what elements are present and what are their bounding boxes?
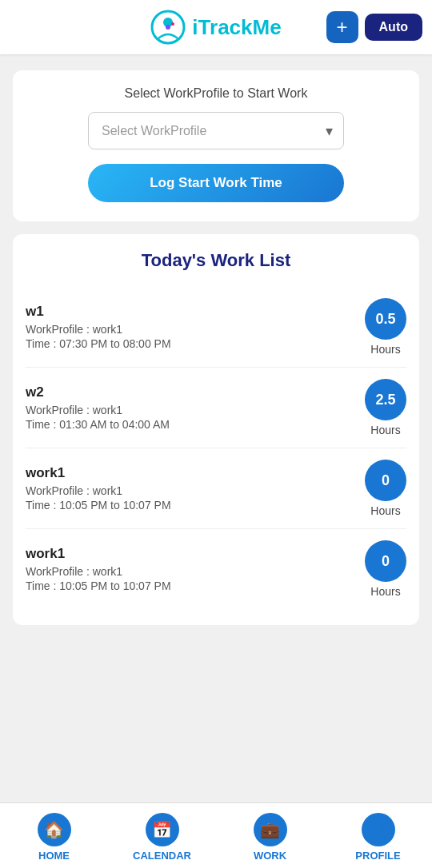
work-item-info: w1 WorkProfile : work1 Time : 07:30 PM t…	[26, 304, 365, 350]
nav-item-work[interactable]: 💼 WORK	[216, 810, 324, 865]
work-item-hours: 0 Hours	[365, 460, 406, 517]
nav-item-profile[interactable]: 👤 PROFILE	[324, 810, 432, 865]
work-item-hours: 0 Hours	[365, 540, 406, 598]
work-item-name: w1	[26, 304, 365, 320]
hours-circle: 0	[365, 540, 406, 582]
work-item-name: work1	[26, 546, 365, 562]
work-list-section: Today's Work List w1 WorkProfile : work1…	[13, 234, 419, 625]
svg-point-2	[166, 25, 170, 30]
work-item: w1 WorkProfile : work1 Time : 07:30 PM t…	[26, 287, 406, 368]
log-start-work-button[interactable]: Log Start Work Time	[88, 164, 344, 202]
work-item-info: work1 WorkProfile : work1 Time : 10:05 P…	[26, 465, 365, 512]
select-section-label: Select WorkProfile to Start Work	[125, 86, 308, 101]
work-item-profile: WorkProfile : work1	[26, 404, 365, 416]
app-title-i: i	[192, 15, 198, 39]
work-item-profile: WorkProfile : work1	[26, 484, 365, 497]
work-item-time: Time : 07:30 PM to 08:00 PM	[26, 337, 365, 350]
nav-item-home[interactable]: 🏠 HOME	[0, 810, 108, 865]
app-title: iTrackMe	[192, 15, 281, 40]
add-button[interactable]: +	[326, 11, 358, 43]
nav-label-home: HOME	[38, 850, 70, 862]
work-item-time: Time : 10:05 PM to 10:07 PM	[26, 499, 365, 512]
logo-icon	[150, 10, 186, 45]
select-workprofile-section: Select WorkProfile to Start Work Select …	[13, 70, 419, 221]
work-item-profile: WorkProfile : work1	[26, 323, 365, 336]
home-icon: 🏠	[38, 813, 71, 846]
work-item-hours: 2.5 Hours	[365, 379, 406, 436]
header: iTrackMe + Auto	[0, 0, 432, 54]
work-item-name: work1	[26, 465, 365, 481]
work-icon: 💼	[254, 813, 287, 846]
hours-circle: 0.5	[365, 298, 406, 340]
calendar-icon: 📅	[146, 813, 179, 846]
nav-label-profile: PROFILE	[355, 850, 400, 862]
work-item-profile: WorkProfile : work1	[26, 565, 365, 578]
hours-label: Hours	[370, 343, 400, 356]
hours-label: Hours	[370, 424, 400, 436]
work-item: w2 WorkProfile : work1 Time : 01:30 AM t…	[26, 368, 406, 448]
auto-button[interactable]: Auto	[365, 14, 422, 41]
work-item-name: w2	[26, 384, 365, 400]
work-item: work1 WorkProfile : work1 Time : 10:05 P…	[26, 448, 406, 529]
dropdown-wrapper: Select WorkProfile ▾	[88, 112, 344, 149]
work-items-list: w1 WorkProfile : work1 Time : 07:30 PM t…	[26, 287, 406, 609]
work-item-hours: 0.5 Hours	[365, 298, 406, 356]
hours-circle: 2.5	[365, 379, 406, 420]
svg-point-3	[171, 22, 174, 26]
bottom-navigation: 🏠 HOME 📅 CALENDAR 💼 WORK 👤 PROFILE	[0, 802, 432, 868]
work-item-time: Time : 10:05 PM to 10:07 PM	[26, 579, 365, 592]
app-title-trackme: TrackMe	[198, 15, 282, 39]
workprofile-dropdown[interactable]: Select WorkProfile	[88, 112, 344, 149]
profile-icon: 👤	[362, 813, 395, 846]
work-item-info: w2 WorkProfile : work1 Time : 01:30 AM t…	[26, 384, 365, 431]
nav-item-calendar[interactable]: 📅 CALENDAR	[108, 810, 216, 865]
hours-label: Hours	[370, 504, 400, 517]
work-list-title: Today's Work List	[26, 250, 406, 271]
main-content: Select WorkProfile to Start Work Select …	[0, 54, 432, 802]
logo: iTrackMe	[150, 10, 281, 45]
nav-label-calendar: CALENDAR	[133, 850, 191, 862]
nav-label-work: WORK	[254, 850, 286, 862]
hours-circle: 0	[365, 460, 406, 501]
work-item-info: work1 WorkProfile : work1 Time : 10:05 P…	[26, 546, 365, 592]
work-item: work1 WorkProfile : work1 Time : 10:05 P…	[26, 529, 406, 609]
work-item-time: Time : 01:30 AM to 04:00 AM	[26, 418, 365, 431]
header-actions: + Auto	[326, 11, 422, 43]
hours-label: Hours	[370, 585, 400, 598]
